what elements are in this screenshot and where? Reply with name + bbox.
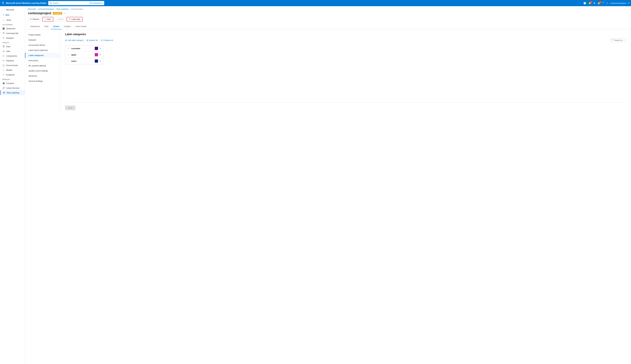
sidebar-item-environments[interactable]: ◫ Environments	[0, 63, 25, 68]
search-scope[interactable]: This workspace ▾	[89, 2, 103, 4]
search-filter[interactable]: ⛉ Search to ...	[610, 38, 626, 42]
add-label-category-button[interactable]: ⊕ Add label category	[65, 39, 84, 42]
search-bar[interactable]: 🔍 This workspace ▾	[48, 1, 104, 5]
sidebar-item-data[interactable]: 🗄 Data	[0, 44, 25, 49]
breadcrumb-sep-2: ›	[55, 8, 56, 10]
sidebar-item-home[interactable]: ⌂ Home	[0, 18, 25, 22]
alerts-icon[interactable]: 🔔 14	[597, 2, 600, 4]
compute-icon: 💻	[2, 82, 5, 84]
designer-icon: ✏	[2, 37, 5, 39]
breadcrumb-workspace[interactable]: contosoworkspace	[38, 8, 54, 10]
nav-icons: 🕐 🔔 23 ⚙ 🔔 14 ? ☺ contosoworkspace ▾	[583, 2, 629, 4]
data-icon: 🗄	[2, 45, 5, 48]
sidebar-item-automated-ml[interactable]: ⚗ Automated ML	[0, 31, 25, 36]
add-child-onion-button[interactable]: +	[100, 60, 101, 63]
notifications-icon[interactable]: 🔔 23	[588, 2, 591, 4]
label-data-icon: ✎	[69, 18, 71, 20]
left-nav-instructions[interactable]: Instructions	[25, 58, 60, 63]
tab-dashboard[interactable]: Dashboard	[28, 24, 42, 29]
sidebar-item-new[interactable]: ＋ New	[0, 12, 25, 18]
app-title: Microsoft Azure Machine Learning Studio	[6, 2, 47, 4]
tab-vision-studio[interactable]: Vision Studio	[73, 24, 89, 29]
top-nav: ☰ Microsoft Azure Machine Learning Studi…	[0, 0, 631, 6]
section-title: Label categories	[65, 33, 626, 36]
tab-details[interactable]: Details	[51, 24, 62, 29]
back-icon: ←	[2, 8, 5, 11]
settings-icon[interactable]: ⚙	[593, 2, 595, 4]
color-swatch-onion[interactable]	[95, 60, 98, 63]
toolbar: ↻ Refresh ▷ Start ↑ Export ✎ Label data	[28, 17, 628, 22]
sidebar-item-pipelines[interactable]: ⇌ Pipelines	[0, 58, 25, 63]
left-nav-datasets[interactable]: Datasets	[25, 37, 60, 42]
content-area: Microsoft › contosoworkspace › Data Labe…	[25, 6, 631, 364]
expand-all-button[interactable]: ⊞ Expand all	[87, 39, 98, 41]
left-nav-ml-assisted[interactable]: ML assisted labeling	[25, 63, 60, 68]
save-button[interactable]: Save	[65, 106, 75, 110]
breadcrumb-sep-1: ›	[37, 8, 37, 10]
models-icon: ◌	[2, 69, 5, 71]
hamburger-icon[interactable]: ☰	[2, 2, 4, 5]
left-nav-quality-control[interactable]: Quality control settings	[25, 68, 60, 74]
left-nav-label-export[interactable]: Label export (optional)	[25, 48, 60, 53]
automated-ml-icon: ⚗	[2, 32, 5, 34]
breadcrumb: Microsoft › contosoworkspace › Data Labe…	[25, 6, 631, 11]
sidebar-item-compute[interactable]: 💻 Compute	[0, 81, 25, 86]
alerts-badge: 14	[599, 1, 601, 3]
sidebar-item-designer[interactable]: ✏ Designer	[0, 36, 25, 40]
sidebar-item-notebooks[interactable]: 📓 Notebooks	[0, 26, 25, 31]
search-icon: 🔍	[50, 2, 52, 4]
user-chevron-icon[interactable]: ▾	[628, 2, 629, 4]
status-info-icon: ℹ	[54, 12, 55, 14]
favorite-icon[interactable]: ☆	[64, 12, 66, 15]
sidebar-item-microsoft[interactable]: ← Microsoft	[0, 7, 25, 12]
help-icon[interactable]: ?	[602, 2, 604, 4]
color-swatch-cucumber[interactable]	[95, 47, 98, 50]
category-item-onion: └─ onion +	[65, 58, 103, 64]
add-child-cucumber-button[interactable]: +	[100, 47, 101, 50]
refresh-button[interactable]: ↻ Refresh	[28, 17, 42, 21]
jobs-icon: ⚖	[2, 50, 5, 52]
left-nav-project-details[interactable]: Project details	[25, 32, 60, 37]
breadcrumb-microsoft[interactable]: Microsoft	[28, 8, 36, 10]
label-data-button[interactable]: ✎ Label data	[67, 17, 83, 22]
collapse-icon: ⊟	[101, 39, 102, 41]
sidebar-item-data-labeling[interactable]: 🏷 Data Labeling	[0, 90, 25, 95]
left-nav-general-settings[interactable]: General Settings	[25, 78, 60, 84]
components-icon: ⬡	[2, 55, 5, 57]
authoring-section-label: Authoring	[0, 22, 25, 26]
sidebar: ← Microsoft ＋ New ⌂ Home Authoring 📓 Not…	[0, 6, 25, 364]
tree-connector-icon-onion: └─	[67, 60, 70, 62]
collapse-all-button[interactable]: ⊟ Collapse all	[101, 39, 113, 41]
notebooks-icon: 📓	[2, 27, 5, 30]
sidebar-item-endpoints[interactable]: ↗ Endpoints	[0, 72, 25, 77]
main-panel: Label categories ⊕ Add label category ⊞ …	[60, 29, 631, 114]
tabs: Dashboard Data Details Insights Vision S…	[25, 24, 631, 29]
expand-icon: ⊞	[87, 39, 88, 41]
left-nav: Project details Datasets Incremental ref…	[25, 29, 60, 114]
sidebar-item-linked-services[interactable]: 🔗 Linked Services	[0, 86, 25, 90]
sidebar-item-components[interactable]: ⬡ Components	[0, 54, 25, 58]
sidebar-item-models[interactable]: ◌ Models	[0, 68, 25, 72]
tree-connector-icon-apple: ├─	[67, 54, 70, 56]
left-nav-workforce[interactable]: Workforce	[25, 74, 60, 78]
smiley-icon[interactable]: ☺	[606, 2, 608, 4]
data-labeling-icon: 🏷	[3, 92, 5, 94]
breadcrumb-data-labeling[interactable]: Data Labeling	[56, 8, 68, 10]
export-button[interactable]: ↑ Export	[54, 17, 66, 21]
page-title: contosoproject	[28, 11, 51, 15]
add-child-apple-button[interactable]: +	[100, 53, 101, 56]
start-button[interactable]: ▷ Start	[42, 17, 53, 22]
export-icon: ↑	[56, 18, 57, 20]
tree-connector-icon: ├─	[67, 47, 70, 50]
tab-insights[interactable]: Insights	[62, 24, 73, 29]
clock-icon[interactable]: 🕐	[583, 2, 586, 4]
tab-data[interactable]: Data	[42, 24, 51, 29]
search-input[interactable]	[53, 2, 89, 4]
category-item-cucumber: ├─ cucumber +	[65, 45, 103, 52]
color-swatch-apple[interactable]	[95, 53, 98, 56]
sidebar-item-jobs[interactable]: ⚖ Jobs	[0, 49, 25, 54]
username[interactable]: contosoworkspace	[610, 2, 626, 4]
left-nav-incremental-refresh[interactable]: Incremental refresh	[25, 42, 60, 48]
manage-section-label: Manage	[0, 77, 25, 81]
left-nav-label-categories[interactable]: Label categories	[25, 53, 60, 58]
